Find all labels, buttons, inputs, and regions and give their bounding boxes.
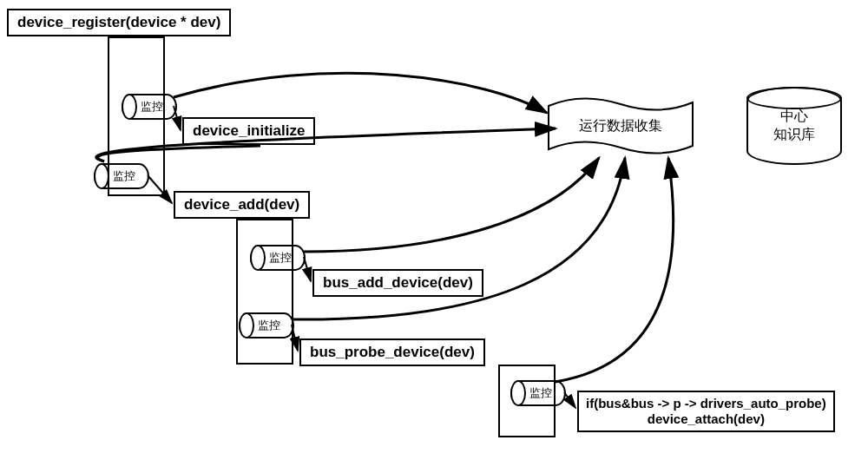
- kb-line1: 中心: [773, 108, 815, 126]
- scope-bar-add: [236, 219, 293, 365]
- node-bus-probe-device: bus_probe_device(dev): [299, 338, 485, 366]
- data-collector-label: 运行数据收集: [547, 95, 694, 156]
- node-device-initialize: device_initialize: [182, 117, 315, 145]
- knowledge-base: 中心 知识库: [746, 87, 842, 165]
- scope-bar-probe: [498, 365, 556, 437]
- node-device-add: device_add(dev): [174, 191, 310, 219]
- data-collector: 运行数据收集: [547, 95, 694, 156]
- attach-call: device_attach(dev): [586, 411, 826, 427]
- node-device-attach: if(bus&bus -> p -> drivers_auto_probe) d…: [577, 391, 835, 432]
- node-device-register: device_register(device * dev): [7, 9, 231, 36]
- node-bus-add-device: bus_add_device(dev): [312, 269, 483, 297]
- kb-line2: 知识库: [773, 126, 815, 144]
- attach-condition: if(bus&bus -> p -> drivers_auto_probe): [586, 396, 826, 411]
